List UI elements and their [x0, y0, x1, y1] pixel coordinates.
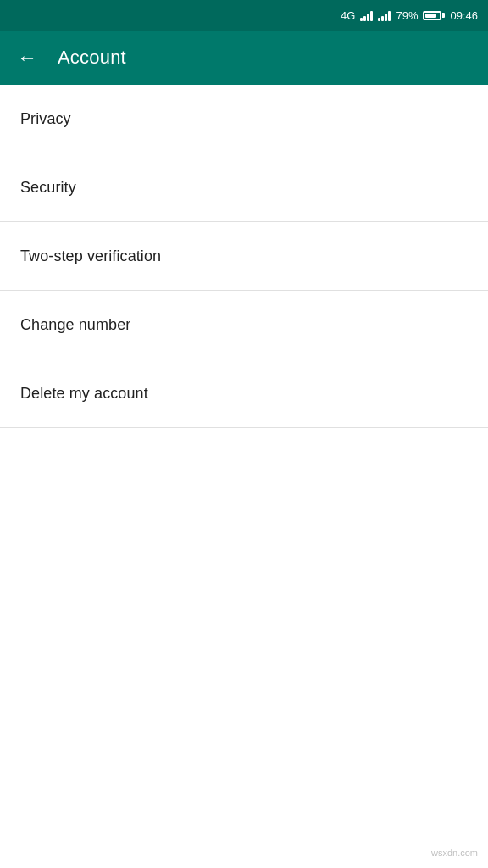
menu-item-two-step-label: Two-step verification [20, 248, 161, 265]
status-bar-right: 4G 79% 09:46 [341, 9, 478, 22]
menu-list: Privacy Security Two-step verification C… [0, 85, 488, 428]
menu-item-two-step-verification[interactable]: Two-step verification [0, 222, 488, 290]
menu-item-delete-label: Delete my account [20, 385, 148, 403]
menu-item-security-label: Security [20, 179, 76, 197]
menu-item-change-number-label: Change number [20, 316, 130, 334]
battery-icon [423, 11, 445, 20]
time-display: 09:46 [450, 9, 478, 22]
divider-5 [0, 427, 488, 428]
menu-item-change-number[interactable]: Change number [0, 291, 488, 359]
signal-4g-label: 4G [341, 9, 355, 22]
signal-icon-1 [360, 9, 373, 21]
menu-item-delete-account[interactable]: Delete my account [0, 359, 488, 427]
menu-item-privacy[interactable]: Privacy [0, 85, 488, 153]
signal-icon-2 [378, 9, 391, 21]
menu-item-privacy-label: Privacy [20, 110, 71, 128]
page-title: Account [58, 47, 126, 69]
back-button[interactable]: ← [14, 44, 41, 71]
app-bar: ← Account [0, 31, 488, 85]
menu-item-security[interactable]: Security [0, 153, 488, 221]
status-bar: 4G 79% 09:46 [0, 0, 488, 31]
watermark: wsxdn.com [431, 848, 478, 858]
battery-percent: 79% [396, 9, 418, 22]
